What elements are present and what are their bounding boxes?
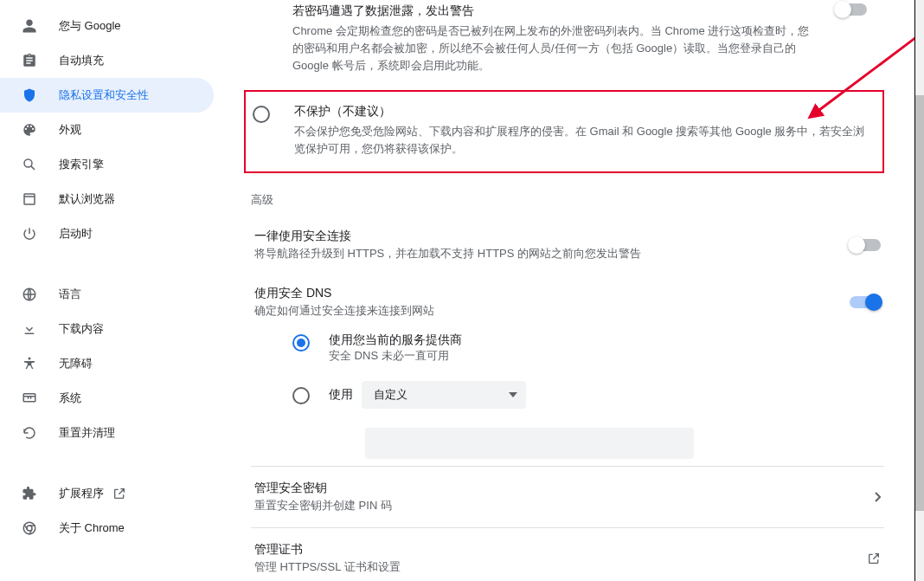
external-link-icon xyxy=(112,486,128,501)
search-icon xyxy=(21,156,38,173)
certificates-desc: 管理 HTTPS/SSL 证书和设置 xyxy=(254,559,867,575)
accessibility-icon xyxy=(21,355,38,372)
dns-current-provider-title: 使用您当前的服务提供商 xyxy=(329,332,884,348)
sidebar-item-label: 下载内容 xyxy=(59,321,104,337)
dns-provider-select[interactable]: 自定义 xyxy=(362,381,526,409)
chrome-icon xyxy=(21,520,38,537)
sidebar-item-accessibility[interactable]: 无障碍 xyxy=(0,346,214,381)
no-protection-radio[interactable] xyxy=(253,106,270,123)
system-icon xyxy=(21,390,38,407)
secure-dns-desc: 确定如何通过安全连接来连接到网站 xyxy=(254,303,832,319)
sidebar-item-downloads[interactable]: 下载内容 xyxy=(0,312,214,346)
settings-content: 若密码遭遇了数据泄露，发出警告 Chrome 会定期检查您的密码是否已被列在网上… xyxy=(221,0,914,581)
security-keys-row[interactable]: 管理安全密钥 重置安全密钥并创建 PIN 码 xyxy=(251,467,884,527)
person-icon xyxy=(21,17,38,35)
scrollbar[interactable] xyxy=(915,0,924,581)
secure-dns-row: 使用安全 DNS 确定如何通过安全连接来连接到网站 xyxy=(251,274,884,324)
power-icon xyxy=(21,225,38,242)
sidebar-item-label: 搜索引擎 xyxy=(59,157,104,172)
globe-icon xyxy=(21,286,38,303)
sidebar-item-language[interactable]: 语言 xyxy=(0,277,214,312)
sidebar-item-search[interactable]: 搜索引擎 xyxy=(0,147,214,182)
sidebar-item-label: 启动时 xyxy=(59,226,93,242)
dns-provider-select-value: 自定义 xyxy=(374,387,407,403)
sidebar-item-label: 您与 Google xyxy=(59,18,121,34)
scrollbar-thumb[interactable] xyxy=(915,95,924,511)
sidebar-item-system[interactable]: 系统 xyxy=(0,381,214,416)
sidebar-item-default-browser[interactable]: 默认浏览器 xyxy=(0,182,214,216)
sidebar-item-label: 外观 xyxy=(59,122,81,138)
sidebar-item-reset[interactable]: 重置并清理 xyxy=(0,416,214,450)
leak-warning-toggle[interactable] xyxy=(836,3,867,16)
sidebar-item-label: 自动填充 xyxy=(59,53,104,68)
annotation-highlight: 不保护（不建议） 不会保护您免受危险网站、下载内容和扩展程序的侵害。在 Gmai… xyxy=(244,90,884,173)
browser-icon xyxy=(21,190,38,208)
sidebar-item-label: 重置并清理 xyxy=(59,425,115,441)
secure-dns-title: 使用安全 DNS xyxy=(254,286,832,301)
sidebar-item-about[interactable]: 关于 Chrome xyxy=(0,511,214,545)
always-https-row: 一律使用安全连接 将导航路径升级到 HTTPS，并在加载不支持 HTTPS 的网… xyxy=(251,216,884,274)
sidebar-item-label: 无障碍 xyxy=(59,356,93,371)
sidebar-item-label: 系统 xyxy=(59,391,81,406)
clipboard-icon xyxy=(21,52,38,69)
dns-custom-radio[interactable] xyxy=(292,387,310,404)
always-https-toggle[interactable] xyxy=(850,239,881,251)
sidebar-item-extensions[interactable]: 扩展程序 xyxy=(0,476,214,511)
caret-down-icon xyxy=(509,392,517,397)
svg-point-2 xyxy=(29,358,31,360)
certificates-row[interactable]: 管理证书 管理 HTTPS/SSL 证书和设置 xyxy=(251,528,884,581)
puzzle-icon xyxy=(21,485,38,502)
shield-icon xyxy=(21,87,38,104)
dns-custom-input[interactable] xyxy=(365,428,694,459)
advanced-section-label: 高级 xyxy=(251,173,884,216)
reset-icon xyxy=(21,424,38,442)
chevron-right-icon xyxy=(874,492,881,502)
sidebar-item-autofill[interactable]: 自动填充 xyxy=(0,43,214,78)
no-protection-title: 不保护（不建议） xyxy=(294,104,869,119)
settings-sidebar: 您与 Google 自动填充 隐私设置和安全性 外观 搜索引擎 xyxy=(0,0,221,581)
sidebar-item-label: 语言 xyxy=(59,287,81,302)
download-icon xyxy=(21,320,38,338)
sidebar-item-startup[interactable]: 启动时 xyxy=(0,216,214,251)
security-keys-desc: 重置安全密钥并创建 PIN 码 xyxy=(254,498,874,513)
always-https-desc: 将导航路径升级到 HTTPS，并在加载不支持 HTTPS 的网站之前向您发出警告 xyxy=(254,246,832,261)
security-keys-title: 管理安全密钥 xyxy=(254,481,874,496)
always-https-title: 一律使用安全连接 xyxy=(254,229,832,244)
sidebar-item-appearance[interactable]: 外观 xyxy=(0,113,214,147)
no-protection-desc: 不会保护您免受危险网站、下载内容和扩展程序的侵害。在 Gmail 和 Googl… xyxy=(294,123,869,158)
dns-custom-label: 使用 xyxy=(329,387,353,403)
svg-point-4 xyxy=(23,522,35,534)
sidebar-item-label: 隐私设置和安全性 xyxy=(59,87,149,103)
sidebar-item-label: 关于 Chrome xyxy=(59,520,125,536)
dns-current-provider-radio[interactable] xyxy=(292,334,310,352)
sidebar-item-label: 默认浏览器 xyxy=(59,191,115,207)
leak-warning-title: 若密码遭遇了数据泄露，发出警告 xyxy=(292,3,818,19)
palette-icon xyxy=(21,121,38,139)
certificates-title: 管理证书 xyxy=(254,542,867,558)
external-link-icon xyxy=(867,552,881,565)
secure-dns-toggle[interactable] xyxy=(850,296,881,308)
dns-current-provider-desc: 安全 DNS 未必一直可用 xyxy=(329,348,884,364)
leak-warning-desc: Chrome 会定期检查您的密码是否已被列在网上发布的外泄密码列表内。当 Chr… xyxy=(292,23,818,74)
svg-rect-3 xyxy=(23,394,35,402)
sidebar-item-privacy[interactable]: 隐私设置和安全性 xyxy=(0,78,214,113)
svg-point-0 xyxy=(24,159,32,167)
sidebar-item-you-and-google[interactable]: 您与 Google xyxy=(0,9,214,43)
sidebar-item-label: 扩展程序 xyxy=(59,486,104,501)
